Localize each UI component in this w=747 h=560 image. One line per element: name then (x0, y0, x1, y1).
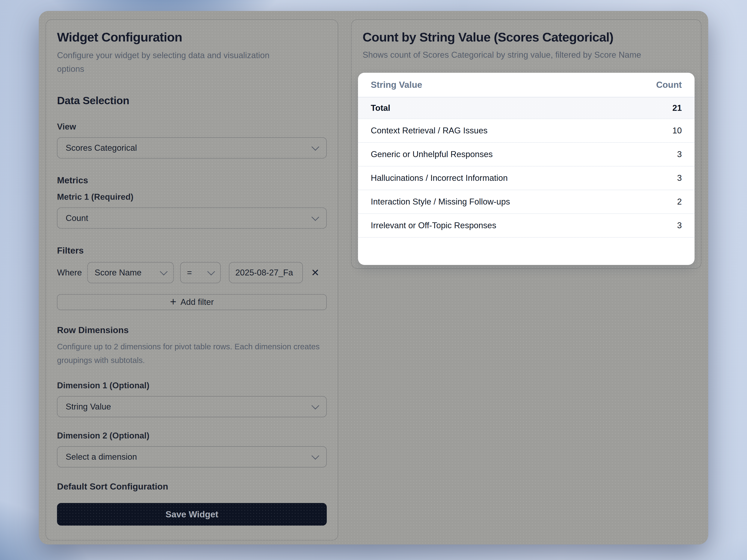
filter-value-input[interactable]: 2025-08-27_Fa (229, 262, 303, 283)
table-row: Irrelevant or Off-Topic Responses 3 (358, 214, 695, 237)
widget-config-dialog: Widget Configuration Configure your widg… (39, 11, 708, 544)
chevron-down-icon (207, 268, 215, 275)
view-select[interactable]: Scores Categorical (57, 137, 327, 158)
table-row: Interaction Style / Missing Follow-ups 2 (358, 190, 695, 214)
view-label: View (57, 122, 327, 132)
row-count: 10 (672, 126, 682, 135)
config-title: Widget Configuration (57, 29, 327, 45)
config-panel: Widget Configuration Configure your widg… (46, 19, 338, 540)
metrics-heading: Metrics (57, 175, 327, 186)
row-label: Context Retrieval / RAG Issues (371, 126, 488, 135)
total-count: 21 (672, 103, 682, 113)
column-header-count: Count (656, 80, 682, 90)
preview-title: Count by String Value (Scores Categorica… (363, 29, 690, 45)
row-label: Interaction Style / Missing Follow-ups (371, 197, 510, 207)
filter-field-select[interactable]: Score Name (87, 262, 174, 283)
data-selection-heading: Data Selection (57, 94, 327, 107)
dimension1-select[interactable]: String Value (57, 396, 327, 417)
row-label: Generic or Unhelpful Responses (371, 150, 493, 159)
chevron-down-icon (311, 143, 319, 151)
table-row: Context Retrieval / RAG Issues 10 (358, 119, 695, 143)
plus-icon: + (170, 296, 176, 307)
row-dimensions-description: Configure up to 2 dimensions for pivot t… (57, 340, 324, 367)
row-count: 3 (677, 150, 682, 159)
table-row: Hallucinations / Incorrect Information 3 (358, 167, 695, 190)
row-count: 3 (677, 173, 682, 183)
dimension2-select-value: Select a dimension (66, 452, 137, 462)
chevron-down-icon (311, 402, 319, 409)
dimension1-select-value: String Value (66, 402, 111, 412)
view-select-value: Scores Categorical (66, 143, 137, 153)
table-bottom-spacer (358, 237, 695, 264)
add-filter-label: Add filter (181, 297, 214, 307)
preview-panel: Count by String Value (Scores Categorica… (351, 19, 701, 269)
total-label: Total (371, 103, 390, 113)
remove-filter-button[interactable]: ✕ (310, 268, 321, 278)
dimension2-select[interactable]: Select a dimension (57, 446, 327, 467)
filter-operator-value: = (187, 268, 192, 278)
filter-row: Where Score Name = 2025-08-27_Fa ✕ (57, 262, 327, 283)
preview-subtitle: Shows count of Scores Categorical by str… (363, 48, 690, 62)
column-header-string-value: String Value (371, 80, 422, 90)
metric1-select-value: Count (66, 213, 88, 223)
chevron-down-icon (311, 213, 319, 221)
metric1-label: Metric 1 (Required) (57, 192, 327, 202)
row-count: 3 (677, 221, 682, 230)
filter-field-value: Score Name (95, 268, 141, 278)
table-row: Generic or Unhelpful Responses 3 (358, 143, 695, 167)
filter-value-text: 2025-08-27_Fa (235, 268, 293, 278)
row-dimensions-heading: Row Dimensions (57, 325, 327, 336)
save-widget-button[interactable]: Save Widget (57, 503, 327, 526)
dimension1-label: Dimension 1 (Optional) (57, 380, 327, 390)
dimension2-label: Dimension 2 (Optional) (57, 431, 327, 441)
where-label: Where (57, 268, 82, 278)
default-sort-heading: Default Sort Configuration (57, 481, 327, 492)
config-subtitle: Configure your widget by selecting data … (57, 49, 290, 76)
table-row-total: Total 21 (358, 97, 695, 119)
close-icon: ✕ (311, 267, 319, 278)
row-label: Irrelevant or Off-Topic Responses (371, 221, 496, 230)
filter-operator-select[interactable]: = (180, 262, 221, 283)
row-label: Hallucinations / Incorrect Information (371, 173, 508, 183)
metric1-select[interactable]: Count (57, 207, 327, 229)
row-count: 2 (677, 197, 682, 207)
preview-table: String Value Count Total 21 Context Retr… (358, 73, 695, 265)
chevron-down-icon (311, 452, 319, 460)
chevron-down-icon (160, 268, 168, 275)
filters-heading: Filters (57, 245, 327, 256)
table-header-row: String Value Count (358, 73, 695, 97)
add-filter-button[interactable]: + Add filter (57, 294, 327, 310)
